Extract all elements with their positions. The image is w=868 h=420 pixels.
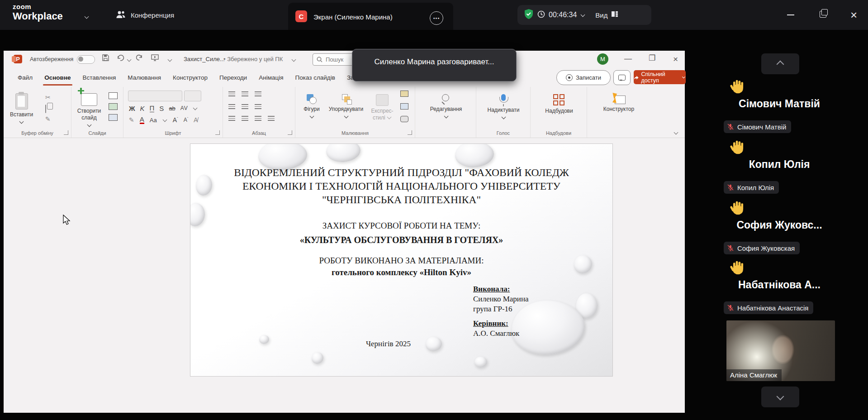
document-filename[interactable]: Захист_Силе... [184,56,225,62]
tab-slideshow[interactable]: Показ слайдів [289,68,341,87]
tab-home[interactable]: Основне [38,68,76,87]
paragraph-dialog-launcher[interactable] [288,130,292,135]
font-dialog-launcher[interactable] [215,130,220,135]
line-spacing-icon[interactable] [255,91,261,97]
numbering-icon[interactable] [242,91,248,97]
undo-icon[interactable] [117,54,124,62]
tab-transitions[interactable]: Переходи [213,68,253,87]
view-button-label[interactable]: Вид [595,11,607,19]
quick-styles-icon [376,94,389,106]
tab-draw[interactable]: Малювання [122,68,167,87]
strikethrough-button[interactable]: ab [169,105,175,112]
search-icon [317,57,323,62]
new-slide-button[interactable]: Створити слайд [74,89,104,127]
dictate-button[interactable]: Надиктувати [483,90,524,119]
comments-button[interactable] [613,70,631,85]
align-center-icon[interactable] [242,116,248,121]
timer-chevron-down-icon[interactable] [581,12,585,17]
tab-animations[interactable]: Анімація [253,68,289,87]
copy-icon[interactable] [45,105,46,113]
participant-tile: Копил Юлія Копил Юлія [724,138,835,197]
change-case-button[interactable]: Aa [150,117,157,124]
save-status[interactable]: • Збережено у цей ПК [223,56,283,62]
font-size-dropdown[interactable] [184,91,201,101]
tab-insert[interactable]: Вставлення [77,68,122,87]
format-painter-icon[interactable]: ✎ [45,116,51,122]
shape-effects-icon[interactable] [400,116,408,122]
window-restore-button[interactable] [820,11,826,18]
align-left-icon[interactable] [228,116,235,121]
clipboard-dialog-launcher[interactable] [64,130,68,135]
character-spacing-button[interactable]: АV [180,105,188,111]
ppt-close-button[interactable]: × [673,54,678,64]
columns-icon[interactable] [255,104,261,110]
account-avatar[interactable]: M [597,53,608,65]
slides-group-label: Слайди [71,130,123,136]
ppt-restore-button[interactable]: ❐ [649,53,655,63]
microphone-icon [498,94,508,105]
slide-materials-line1: РОБОТУ ВИКОНАНО ЗА МАТЕРІАЛАМИ: [190,256,612,266]
participant-video-tile[interactable]: Аліна Смаглюк [726,320,835,381]
shapes-button[interactable]: Фігури [299,90,324,119]
meeting-timer: 00:46:34 [549,11,577,19]
cut-icon[interactable]: ✂ [45,94,51,100]
clipboard-group-label: Буфер обміну [4,130,71,136]
window-minimize-button[interactable] [787,14,794,15]
shape-outline-icon[interactable] [400,103,408,110]
underline-button[interactable]: П [150,104,155,112]
participant-tile: София Жуковс... София Жуковская [724,199,835,258]
workspace-chevron-down-icon[interactable] [84,13,89,21]
share-button[interactable]: Спільний доступ [634,70,686,84]
increase-indent-icon[interactable] [242,104,248,110]
reset-slide-icon[interactable] [109,103,118,110]
text-highlight-icon[interactable]: ✎ [129,117,134,123]
record-button[interactable]: Записати [556,70,611,85]
drawing-dialog-launcher[interactable] [408,130,412,135]
droplet-graphic [474,357,487,368]
autosave-toggle[interactable] [77,55,95,64]
participants-scroll-down-button[interactable] [761,387,799,407]
bullets-icon[interactable] [228,91,235,97]
decrease-indent-icon[interactable] [228,104,235,110]
collapse-ribbon-icon[interactable] [674,130,678,135]
font-color-button[interactable]: А [140,116,144,124]
record-icon [566,74,573,81]
italic-button[interactable]: K [140,105,145,112]
meeting-info-pill[interactable]: 00:46:34 Вид [517,5,651,25]
shadow-button[interactable]: S [159,105,164,112]
tab-design[interactable]: Конструктор [167,68,213,87]
designer-button[interactable]: Конструктор [596,90,641,113]
slide-canvas[interactable]: ВІДОКРЕМЛЕНИЙ СТРУКТУРНИЙ ПІДРОЗДІЛ "ФАХ… [190,143,613,377]
tab-more-options-icon[interactable]: ••• [430,11,443,25]
redo-icon[interactable] [136,54,143,62]
section-icon[interactable] [109,114,118,121]
tab-screen-share[interactable]: C Экран (Силенко Марина) ••• [288,3,453,30]
shrink-font-button[interactable]: Аˇ [184,117,188,123]
slideshow-icon[interactable] [151,54,159,62]
clear-formatting-icon[interactable]: А̸ [194,117,198,123]
paste-button[interactable]: Вставити [10,89,33,124]
undo-chevron-icon[interactable] [127,57,132,62]
slide-layout-icon[interactable] [109,92,118,99]
group-drawing: Фігури Упорядкувати Експрес-стилі Малюва… [295,87,415,138]
ppt-minimize-button[interactable]: — [624,54,632,63]
tab-file[interactable]: Файл [12,68,38,87]
justify-icon[interactable] [268,116,275,121]
save-status-chevron-icon[interactable] [292,57,296,62]
arrange-button[interactable]: Упорядкувати [325,90,367,119]
participant-display-name: Копил Юлія [724,158,835,171]
shape-fill-icon[interactable] [400,91,408,97]
participants-scroll-up-button[interactable] [761,53,799,74]
window-close-button[interactable]: × [850,8,857,22]
quickaccess-more-chevron-icon[interactable] [168,57,172,62]
bold-button[interactable]: Ж [129,105,135,112]
align-right-icon[interactable] [255,116,261,121]
tab-conference[interactable]: Конференция [115,0,174,30]
grow-font-button[interactable]: Аˆ [173,116,178,124]
save-icon[interactable] [102,54,109,62]
editing-button[interactable]: Редагування [424,90,468,119]
participant-tile: Сімович Матвій Сімович Матвій [724,78,835,137]
addins-button[interactable]: Надбудови [539,90,579,115]
font-name-dropdown[interactable] [128,91,182,101]
quick-styles-button[interactable]: Експрес-стилі [368,90,397,121]
